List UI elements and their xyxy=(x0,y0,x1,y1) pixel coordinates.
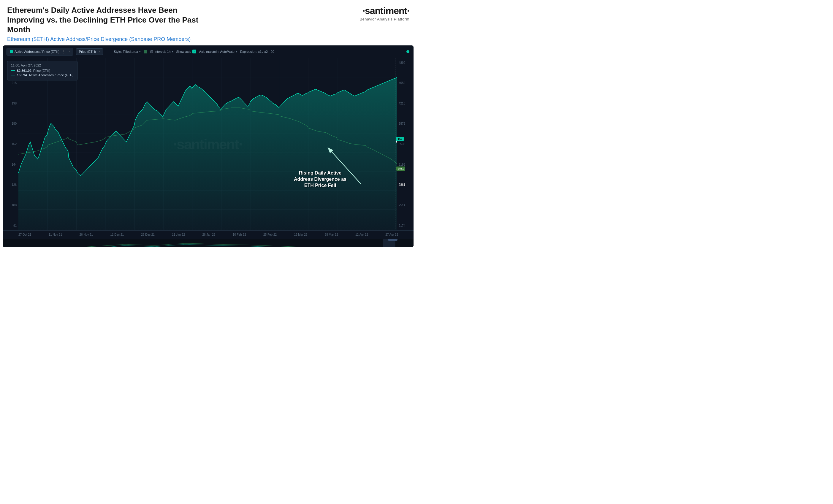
expression-control: Expression: x1 / x2 - 20 xyxy=(240,50,274,53)
tooltip-active-label: Active Addresses / Price (ETH) xyxy=(29,73,74,77)
tooltip-price-dash xyxy=(11,70,15,71)
x-label-jan11: 11 Jan 22 xyxy=(172,233,185,236)
mini-chart xyxy=(3,239,413,247)
show-axis-checkbox[interactable]: ✓ xyxy=(192,50,196,53)
tab-price[interactable]: Price (ETH) × xyxy=(76,48,103,55)
color-swatch-control[interactable] xyxy=(144,50,147,53)
chart-tooltip: 11:00, April 27, 2022 $2,861.02 Price (E… xyxy=(7,61,77,80)
tooltip-price-val: $2,861.02 xyxy=(17,69,31,72)
annotation-text: Rising Daily ActiveAddress Divergence as… xyxy=(294,170,347,189)
y-axis-left: 233 215 198 180 162 144 126 108 91 xyxy=(3,58,18,230)
header: Ethereum's Daily Active Addresses Have B… xyxy=(0,0,416,45)
y-right-2861: 2861 xyxy=(399,183,412,186)
scrollbar-thumb[interactable] xyxy=(388,239,398,241)
tooltip-active-dash xyxy=(11,75,15,75)
chart-canvas-area: 233 215 198 180 162 144 126 108 91 ·sant… xyxy=(3,58,413,230)
x-label-mar28: 28 Mar 22 xyxy=(325,233,338,236)
logo-dot-right: · xyxy=(407,5,409,16)
logo-word: santiment xyxy=(365,5,407,16)
axis-max-control[interactable]: Axis max/min: Auto/Auto ▾ xyxy=(199,50,237,53)
tooltip-row-active: 155.94 Active Addresses / Price (ETH) xyxy=(11,73,74,77)
x-label-apr27: 27 Apr 22 xyxy=(385,233,398,236)
interval-icon: ⊟ xyxy=(150,50,153,54)
y-left-144: 144 xyxy=(4,163,17,166)
color-swatch-small xyxy=(144,50,147,53)
annotation-label: Rising Daily ActiveAddress Divergence as… xyxy=(294,170,347,188)
tab2-close-icon[interactable]: × xyxy=(98,50,100,53)
tab2-label: Price (ETH) xyxy=(79,50,96,53)
toolbar-separator xyxy=(107,49,107,55)
y-right-4892: 4892 xyxy=(399,61,412,65)
tooltip-row-price: $2,861.02 Price (ETH) xyxy=(11,69,74,72)
tooltip-active-val: 155.94 xyxy=(17,73,27,77)
y-left-91: 91 xyxy=(4,224,17,227)
price-badge: 2861 xyxy=(396,167,405,171)
show-axis-label: Show axis xyxy=(176,50,191,53)
axis-max-chevron-icon: ▾ xyxy=(236,50,237,53)
tab1-close-icon[interactable]: × xyxy=(68,50,70,53)
y-left-198: 198 xyxy=(4,102,17,105)
active-addr-badge: 155 xyxy=(396,137,404,141)
tab-active-addresses[interactable]: Active Addresses / Price (ETH) ⋮ × xyxy=(6,48,73,55)
x-label-nov26: 26 Nov 21 xyxy=(79,233,93,236)
y-left-162: 162 xyxy=(4,142,17,146)
x-label-apr12: 12 Apr 22 xyxy=(355,233,368,236)
style-control[interactable]: Style: Filled area ▾ xyxy=(114,50,141,53)
chart-container: Active Addresses / Price (ETH) ⋮ × Price… xyxy=(3,45,413,247)
x-label-jan26: 26 Jan 22 xyxy=(202,233,215,236)
tooltip-price-label: Price (ETH) xyxy=(33,69,50,72)
interval-chevron-icon: ▾ xyxy=(172,50,173,53)
y-left-180: 180 xyxy=(4,122,17,125)
x-label-oct27: 27 Oct 21 xyxy=(18,233,31,236)
y-right-2514: 2514 xyxy=(399,203,412,207)
tab1-color-swatch xyxy=(10,50,13,53)
y-right-4213: 4213 xyxy=(399,102,412,105)
tab1-menu-icon[interactable]: ⋮ xyxy=(62,49,66,54)
axis-max-label: Axis max/min: Auto/Auto xyxy=(199,50,235,53)
main-title: Ethereum's Daily Active Addresses Have B… xyxy=(7,5,209,34)
y-axis-right: 4892 4552 4213 3873 3533 3193 155 2861 2… xyxy=(397,58,413,230)
y-right-3193: 3193 xyxy=(399,163,412,166)
sub-title: Ethereum ($ETH) Active Address/Price Div… xyxy=(7,36,354,43)
y-left-108: 108 xyxy=(4,203,17,207)
style-chevron-icon: ▾ xyxy=(139,50,141,53)
chart-main: ·santiment· xyxy=(18,58,397,230)
logo-area: ·santiment· Behavior Analysis Platform xyxy=(354,5,409,21)
chart-toolbar: Active Addresses / Price (ETH) ⋮ × Price… xyxy=(3,45,413,58)
y-right-3873: 3873 xyxy=(399,122,412,125)
interval-control[interactable]: ⊟ Interval: 1h ▾ xyxy=(150,50,173,54)
x-label-nov11: 11 Nov 21 xyxy=(49,233,62,236)
y-left-126: 126 xyxy=(4,183,17,186)
green-status-dot xyxy=(406,50,409,53)
chart-svg xyxy=(18,58,397,230)
x-axis: 27 Oct 21 11 Nov 21 26 Nov 21 11 Dec 21 … xyxy=(3,230,413,239)
y-right-4552: 4552 xyxy=(399,81,412,85)
x-label-dec11: 11 Dec 21 xyxy=(110,233,124,236)
x-label-mar12: 12 Mar 22 xyxy=(294,233,307,236)
y-left-215: 215 xyxy=(4,81,17,85)
style-label: Style: Filled area xyxy=(114,50,138,53)
behavior-analysis-label: Behavior Analysis Platform xyxy=(359,17,409,21)
show-axis-control[interactable]: Show axis ✓ xyxy=(176,50,196,53)
x-label-feb10: 10 Feb 22 xyxy=(233,233,246,236)
mini-chart-svg xyxy=(3,239,413,247)
logo-dot-left: · xyxy=(362,5,365,16)
interval-label: Interval: 1h xyxy=(154,50,170,53)
x-label-feb25: 25 Feb 22 xyxy=(263,233,277,236)
y-right-3533: 3533 xyxy=(399,142,412,146)
header-titles: Ethereum's Daily Active Addresses Have B… xyxy=(7,5,354,43)
expression-label: Expression: x1 / x2 - 20 xyxy=(240,50,274,53)
y-right-2174: 2174 xyxy=(399,224,412,227)
logo: ·santiment· xyxy=(362,5,409,16)
toolbar-controls: Style: Filled area ▾ ⊟ Interval: 1h ▾ Sh… xyxy=(114,50,274,54)
tooltip-date: 11:00, April 27, 2022 xyxy=(11,64,74,67)
x-label-dec26: 26 Dec 21 xyxy=(141,233,154,236)
tab1-label: Active Addresses / Price (ETH) xyxy=(15,50,60,53)
